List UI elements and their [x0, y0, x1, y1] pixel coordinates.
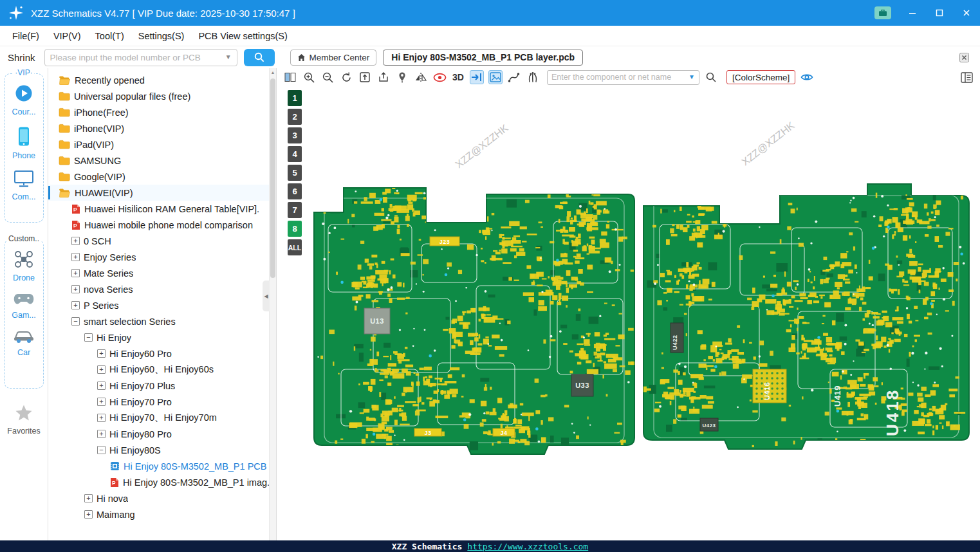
tree-item-0-sch[interactable]: +0 SCH	[48, 233, 276, 249]
scroll-up-arrow[interactable]: ▲	[270, 70, 276, 75]
tree-item-ipad-vip[interactable]: iPad(VIP)	[48, 136, 276, 152]
tree-item-hi-enjoy70-plus[interactable]: +Hi Enjoy70 Plus	[48, 378, 276, 394]
zoom-in-icon[interactable]	[302, 70, 316, 84]
component-label-u423[interactable]: U423	[702, 423, 716, 428]
tree-item-google-vip[interactable]: Google(VIP)	[48, 169, 276, 185]
expand-plus-icon[interactable]: +	[71, 285, 80, 293]
vip-safe-button[interactable]	[874, 6, 891, 19]
layer-button-3[interactable]: 3	[288, 127, 302, 143]
component-label-j4[interactable]: J4	[500, 430, 507, 436]
sidebar-item-drone[interactable]: Drone	[5, 250, 43, 282]
tree-item-hi-nova[interactable]: +Hi nova	[48, 490, 276, 506]
model-search-box[interactable]: ▼	[44, 49, 237, 66]
sidebar-item-favorites[interactable]: Favorites	[0, 404, 48, 436]
tree-item-iphone-vip[interactable]: iPhone(VIP)	[48, 120, 276, 136]
close-button[interactable]	[961, 7, 972, 19]
sidebar-item-cour[interactable]: Cour...	[5, 84, 43, 116]
collapse-minus-icon[interactable]: −	[84, 333, 93, 342]
maximize-button[interactable]	[934, 7, 945, 19]
split-view-icon[interactable]	[283, 70, 297, 84]
menu-item-tool-t[interactable]: Tool(T)	[88, 28, 131, 44]
component-label-u419[interactable]: U419	[833, 385, 842, 407]
expand-plus-icon[interactable]: +	[97, 414, 106, 422]
tree-item-recently-opened[interactable]: Recently opened	[48, 72, 276, 88]
layer-button-6[interactable]: 6	[288, 183, 302, 199]
net-search-input[interactable]	[551, 73, 689, 82]
tree-item-hi-enjoy80-pro[interactable]: +Hi Enjoy80 Pro	[48, 426, 276, 442]
diode-mode-icon[interactable]	[432, 70, 447, 84]
expand-plus-icon[interactable]: +	[97, 430, 106, 438]
menu-item-pcb-view-settings-s[interactable]: PCB View settings(S)	[191, 28, 294, 44]
collapse-minus-icon[interactable]: −	[97, 446, 106, 454]
net-search-icon[interactable]	[704, 70, 718, 84]
tree-item-smart-selection-series[interactable]: −smart selection Series	[48, 313, 276, 329]
tree-item-hi-enjoy80s[interactable]: −Hi Enjoy80S	[48, 442, 276, 458]
flip-horizontal-icon[interactable]	[414, 70, 428, 84]
expand-plus-icon[interactable]: +	[71, 301, 80, 309]
expand-plus-icon[interactable]: +	[84, 510, 93, 519]
close-document-icon[interactable]	[959, 52, 970, 63]
tree-item-hi-enjoy-80s-m3502-mb-p1-pcb[interactable]: Hi Enjoy 80S-M3502_MB_P1 PCB	[48, 458, 276, 474]
document-tab[interactable]: Hi Enjoy 80S-M3502_MB_P1 PCB layer.pcb	[383, 50, 583, 66]
layer-button-4[interactable]: 4	[288, 146, 302, 162]
tree-item-hi-enjoy[interactable]: −Hi Enjoy	[48, 329, 276, 345]
member-center-button[interactable]: Member Center	[290, 50, 377, 66]
tree-item-huawei-vip[interactable]: HUAWEI(VIP)	[48, 185, 276, 201]
panel-collapse-handle[interactable]: ◀	[263, 281, 270, 311]
grab-tool-icon[interactable]	[526, 70, 540, 84]
tree-item-hi-enjoy60-pro[interactable]: +Hi Enjoy60 Pro	[48, 345, 276, 362]
sidebar-item-phone[interactable]: Phone	[5, 126, 43, 160]
layer-button-8[interactable]: 8	[288, 221, 302, 237]
tree-item-maimang[interactable]: +Maimang	[48, 506, 276, 522]
component-label-u418[interactable]: U418	[883, 389, 902, 436]
menu-item-file-f[interactable]: File(F)	[5, 28, 46, 44]
screenshot-icon[interactable]	[488, 70, 503, 84]
menu-item-settings-s[interactable]: Settings(S)	[131, 28, 192, 44]
tree-item-mate-series[interactable]: +Mate Series	[48, 265, 276, 281]
layer-button-2[interactable]: 2	[288, 109, 302, 125]
tree-item-hi-enjoy70-pro[interactable]: +Hi Enjoy70 Pro	[48, 394, 276, 410]
minimize-button[interactable]	[907, 7, 918, 19]
tree-item-universal-popular-files-free[interactable]: Universal popular files (free)	[48, 88, 276, 104]
jump-arrow-icon[interactable]	[470, 70, 484, 84]
component-label-j23[interactable]: J23	[439, 239, 450, 245]
expand-plus-icon[interactable]: +	[97, 382, 106, 390]
layer-button-7[interactable]: 7	[288, 202, 302, 218]
net-chevron-down-icon[interactable]: ▼	[689, 74, 695, 80]
menu-item-vip-v[interactable]: VIP(V)	[46, 28, 88, 44]
measure-curve-icon[interactable]	[507, 70, 521, 84]
statusbar-link[interactable]: https://www.xzztools.com	[467, 542, 588, 551]
colorscheme-button[interactable]: [ColorScheme]	[726, 70, 795, 84]
tree-item-p-series[interactable]: +P Series	[48, 297, 276, 313]
tree-item-samsung[interactable]: SAMSUNG	[48, 152, 276, 169]
component-label-u416[interactable]: U416	[763, 382, 771, 400]
tree-item-iphone-free[interactable]: iPhone(Free)	[48, 104, 276, 120]
expand-plus-icon[interactable]: +	[71, 237, 80, 245]
component-label-j3[interactable]: J3	[424, 430, 431, 436]
eye-icon[interactable]	[800, 70, 814, 84]
tree-item-hi-enjoy60-hi-enjoy60s[interactable]: +Hi Enjoy60、Hi Enjoy60s	[48, 362, 276, 378]
net-search-box[interactable]: ▼	[547, 70, 699, 85]
export-icon[interactable]	[376, 70, 391, 84]
pcb-canvas-area[interactable]: 12345678ALL XZZ@XZZHKXZZ@XZZHKU13U33J23J…	[277, 86, 980, 540]
tree-item-huawei-mobile-phone-model-comparison[interactable]: Huawei mobile phone model comparison	[48, 217, 276, 233]
component-label-u33[interactable]: U33	[575, 382, 589, 389]
sidebar-item-gam[interactable]: Gam...	[5, 292, 43, 320]
sidebar-item-com[interactable]: Com...	[5, 170, 43, 201]
scrollbar-thumb[interactable]	[270, 78, 275, 278]
layer-button-all[interactable]: ALL	[288, 239, 302, 255]
layer-panel-icon[interactable]	[959, 70, 974, 84]
model-search-input[interactable]	[50, 53, 225, 62]
component-label-u13[interactable]: U13	[370, 317, 384, 325]
component-label-u422[interactable]: U422	[672, 335, 678, 350]
sidebar-item-car[interactable]: Car	[5, 329, 43, 357]
tree-item-nova-series[interactable]: +nova Series	[48, 281, 276, 297]
layer-button-5[interactable]: 5	[288, 165, 302, 181]
tree-item-huawei-hisilicon-ram-general-table-vip[interactable]: Huawei Hisilicon RAM General Table[VIP].	[48, 201, 276, 217]
tree-item-hi-enjoy70-hi-enjoy70m[interactable]: +Hi Enjoy70、Hi Enjoy70m	[48, 410, 276, 426]
tree-item-enjoy-series[interactable]: +Enjoy Series	[48, 249, 276, 265]
layer-button-1[interactable]: 1	[288, 90, 302, 106]
chevron-down-icon[interactable]: ▼	[225, 54, 232, 60]
search-button[interactable]	[244, 49, 275, 66]
reset-view-icon[interactable]	[339, 70, 353, 84]
